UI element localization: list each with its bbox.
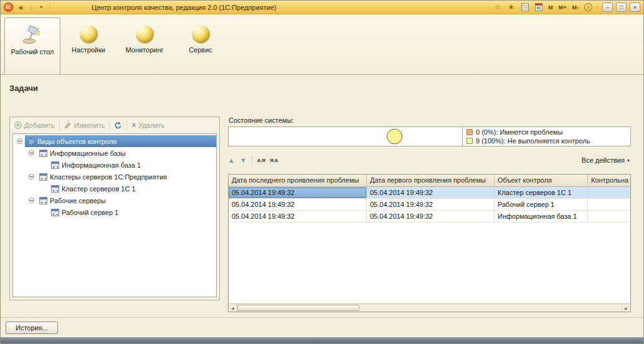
column-header[interactable]: Дата последнего проявления проблемы <box>229 174 367 186</box>
scrollbar-track[interactable] <box>359 304 622 312</box>
service-sphere-icon <box>192 25 210 43</box>
tree-item[interactable]: Рабочие серверы <box>13 194 216 206</box>
status-pie-chart[interactable] <box>387 129 402 145</box>
status-legend: 0 (0%): Имеются проблемы 9 (100%): Не вы… <box>462 127 630 146</box>
window-title: Центр контроля качества, редакция 2.0 (1… <box>92 4 277 11</box>
titlebar: 1С ◀ ▶ ▾ Центр контроля качества, редакц… <box>1 1 643 14</box>
table-cell[interactable]: 05.04.2014 19:49:32 <box>229 187 367 198</box>
move-up-button[interactable]: ▲ <box>228 156 235 164</box>
column-header[interactable]: Объект контроля <box>495 174 588 186</box>
favorites-menu-icon[interactable]: ★ <box>505 2 517 12</box>
table-cell[interactable]: Кластер серверов 1С 1 <box>495 187 588 198</box>
edit-button[interactable]: Изменить <box>64 122 105 129</box>
calendar-icon[interactable]: 31 <box>533 2 544 12</box>
tab-monitoring[interactable]: Мониторинг <box>116 19 173 74</box>
system-state-label: Состояние системы: <box>229 117 294 124</box>
tree-item-label: Информационная база 1 <box>62 161 141 169</box>
column-header[interactable]: Контрольна <box>588 174 630 186</box>
tree-item-label: Рабочие серверы <box>50 197 106 204</box>
tab-settings-label: Настройки <box>72 46 105 54</box>
info-button[interactable]: i <box>582 2 594 12</box>
section-tabbar: Рабочий стол Настройки Мониторинг Сервис <box>1 14 643 75</box>
tree-item[interactable]: Информационные базы <box>13 147 216 159</box>
page-title: Задачи <box>9 84 38 93</box>
table-row[interactable]: 05.04.2014 19:49:3205.04.2014 19:49:32Ра… <box>229 199 630 211</box>
tree-expander-icon[interactable] <box>17 138 22 144</box>
tab-settings[interactable]: Настройки <box>60 19 116 74</box>
tree-item[interactable]: Кластеры серверов 1С:Предприятия <box>13 171 216 183</box>
back-button[interactable]: ◀ <box>15 2 26 12</box>
history-button[interactable]: История... <box>6 322 58 334</box>
tree-item-body[interactable]: Рабочий сервер 1 <box>49 206 216 218</box>
maximize-button[interactable]: □ <box>616 2 627 12</box>
tree-item[interactable]: Виды объектов контроля <box>13 135 216 147</box>
tab-desktop[interactable]: Рабочий стол <box>4 17 60 74</box>
legend-item: 0 (0%): Имеются проблемы <box>466 128 627 136</box>
monitoring-sphere-icon <box>136 25 154 43</box>
tree-item-body[interactable]: Виды объектов контроля <box>25 135 216 147</box>
sort-ascending-button[interactable]: А↓Я <box>257 158 265 163</box>
table-cell[interactable]: 05.04.2014 19:49:32 <box>367 187 495 198</box>
all-actions-button[interactable]: Все действия ▾ <box>582 156 631 164</box>
table-cell[interactable] <box>588 187 630 198</box>
tree-expander-icon[interactable] <box>29 150 34 156</box>
problems-toolbar: ▲ ▼ А↓Я Я↓А Все действия ▾ <box>228 153 631 168</box>
object-icon <box>51 161 59 169</box>
close-button[interactable]: × <box>630 2 640 12</box>
tree-item-body[interactable]: Рабочие серверы <box>37 194 216 206</box>
toolbar-separator <box>252 156 252 165</box>
object-icon <box>51 185 59 193</box>
table-cell[interactable]: Информационная база 1 <box>495 211 588 222</box>
tab-desktop-label: Рабочий стол <box>11 48 54 56</box>
table-header-row: Дата последнего проявления проблемыДата … <box>229 174 630 187</box>
table-cell[interactable]: 05.04.2014 19:49:32 <box>367 199 495 210</box>
sort-descending-button[interactable]: Я↓А <box>270 158 278 163</box>
nav-history-caret-icon[interactable]: ▾ <box>40 4 46 10</box>
edit-button-label: Изменить <box>74 122 105 129</box>
horizontal-scrollbar[interactable]: ◀ ▶ <box>229 303 630 312</box>
scroll-left-icon[interactable]: ◀ <box>229 304 237 312</box>
add-button[interactable]: + Добавить <box>14 122 55 129</box>
tree-item[interactable]: Рабочий сервер 1 <box>13 206 216 218</box>
1c-logo-icon: 1С <box>4 2 13 12</box>
tree-item-body[interactable]: Информационные базы <box>37 147 216 159</box>
tree-expander-icon[interactable] <box>29 198 34 203</box>
table-cell[interactable] <box>588 211 630 222</box>
table-cell[interactable] <box>588 199 630 210</box>
memory-m-plus-button[interactable]: M+ <box>557 4 569 11</box>
calendar-glyph: 31 <box>535 3 542 11</box>
tree-expander-icon[interactable] <box>29 174 34 179</box>
table-cell[interactable]: 05.04.2014 19:49:32 <box>367 211 495 222</box>
tab-service-label: Сервис <box>189 46 212 54</box>
table-cell[interactable]: Рабочий сервер 1 <box>495 199 588 210</box>
info-icon: i <box>584 3 592 11</box>
object-icon <box>39 150 47 157</box>
tree-item-body[interactable]: Кластер серверов 1С 1 <box>49 183 216 194</box>
refresh-button[interactable] <box>114 122 122 130</box>
tree-item[interactable]: Информационная база 1 <box>13 159 216 171</box>
column-header[interactable]: Дата первого проявления проблемы <box>367 174 495 186</box>
delete-button[interactable]: × Удалить <box>131 122 164 129</box>
tree-item[interactable]: Кластер серверов 1С 1 <box>13 183 216 194</box>
problems-table: Дата последнего проявления проблемыДата … <box>228 174 631 312</box>
add-favorite-icon[interactable]: ☆ <box>491 2 503 12</box>
table-row[interactable]: 05.04.2014 19:49:3205.04.2014 19:49:32Ин… <box>229 211 630 222</box>
titlebar-separator <box>49 3 50 12</box>
scrollbar-thumb[interactable] <box>237 305 359 311</box>
minimize-button[interactable]: – <box>602 2 613 12</box>
tree-item-body[interactable]: Информационная база 1 <box>49 159 216 171</box>
scroll-right-icon[interactable]: ▶ <box>622 304 630 312</box>
toolbar-separator <box>59 121 60 130</box>
memory-m-minus-button[interactable]: M- <box>571 4 581 11</box>
forward-button[interactable]: ▶ <box>27 2 38 12</box>
memory-m-button[interactable]: M <box>546 4 555 11</box>
table-cell[interactable]: 05.04.2014 19:49:32 <box>229 199 367 210</box>
table-cell[interactable]: 05.04.2014 19:49:32 <box>229 211 367 222</box>
calculator-icon[interactable] <box>519 2 531 12</box>
table-row[interactable]: 05.04.2014 19:49:3205.04.2014 19:49:32Кл… <box>229 187 630 199</box>
calculator-glyph <box>521 3 529 11</box>
move-down-button[interactable]: ▼ <box>240 156 247 164</box>
legend-text: 0 (0%): Имеются проблемы <box>476 128 563 136</box>
tab-service[interactable]: Сервис <box>173 19 229 74</box>
tree-item-body[interactable]: Кластеры серверов 1С:Предприятия <box>37 171 216 183</box>
